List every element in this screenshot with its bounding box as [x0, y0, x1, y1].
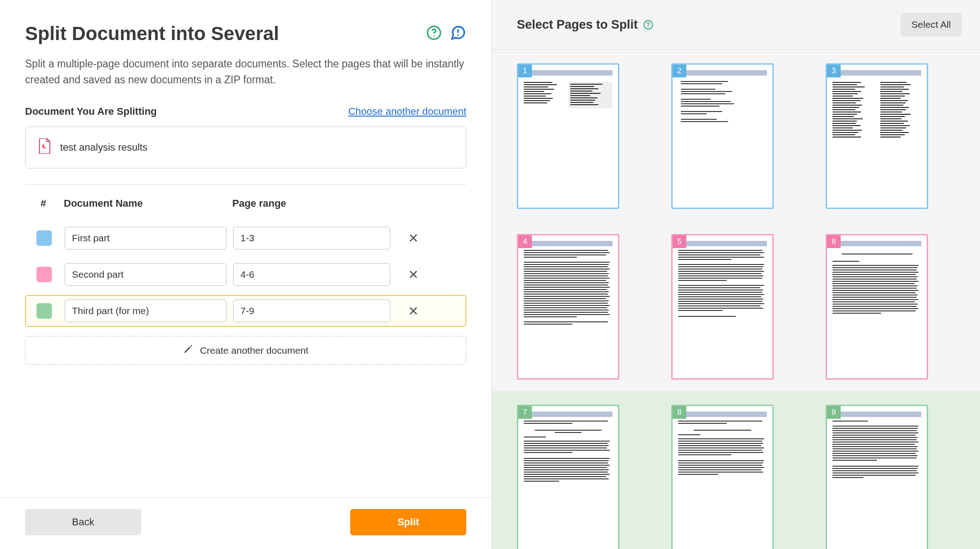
- page-number-badge: 9: [827, 406, 841, 419]
- create-another-button[interactable]: Create another document: [25, 336, 466, 365]
- color-swatch[interactable]: [36, 303, 52, 319]
- pdf-icon: [38, 138, 51, 157]
- page-range-input[interactable]: [233, 227, 390, 249]
- page-number-badge: 7: [518, 406, 532, 419]
- left-panel: Split Document into Several Split a mult…: [0, 0, 492, 549]
- split-button[interactable]: Split: [350, 509, 466, 535]
- remove-row-icon[interactable]: ✕: [397, 267, 429, 282]
- svg-point-3: [457, 35, 459, 36]
- split-row: ✕: [25, 222, 466, 254]
- doc-name-input[interactable]: [65, 227, 226, 249]
- page-thumbnail[interactable]: 7: [517, 405, 619, 549]
- split-row: ✕: [25, 259, 466, 290]
- choose-another-link[interactable]: Choose another document: [348, 106, 466, 117]
- feedback-icon[interactable]: [450, 25, 466, 43]
- page-thumbnail[interactable]: 4: [517, 234, 619, 380]
- page-number-badge: 2: [673, 65, 686, 77]
- page-thumbnail[interactable]: 1: [517, 63, 619, 209]
- page-description: Split a multiple-page document into sepa…: [25, 56, 466, 87]
- col-range: Page range: [232, 198, 389, 209]
- page-range-input[interactable]: [233, 263, 390, 286]
- create-another-label: Create another document: [200, 345, 308, 356]
- page-number-badge: 5: [673, 235, 686, 248]
- page-thumbnail[interactable]: 3: [826, 63, 928, 209]
- remove-row-icon[interactable]: ✕: [397, 304, 429, 319]
- color-swatch[interactable]: [36, 230, 52, 246]
- doc-name-input[interactable]: [65, 300, 226, 322]
- page-range-input[interactable]: [233, 300, 390, 322]
- select-all-button[interactable]: Select All: [901, 13, 962, 36]
- help-icon[interactable]: [426, 25, 442, 42]
- doc-label: Document You Are Splitting: [25, 106, 157, 117]
- right-title: Select Pages to Split: [517, 18, 638, 32]
- doc-name-input[interactable]: [65, 263, 226, 286]
- page-thumbnail[interactable]: 9: [826, 405, 928, 549]
- remove-row-icon[interactable]: ✕: [397, 231, 429, 246]
- split-row: ✕: [25, 295, 466, 327]
- thumbnail-grid: 1 2: [492, 50, 980, 549]
- page-number-badge: 3: [827, 65, 841, 77]
- svg-point-1: [434, 36, 435, 37]
- page-title: Split Document into Several: [25, 23, 279, 45]
- right-panel: Select Pages to Split ? Select All 1: [492, 0, 980, 549]
- page-thumbnail[interactable]: 5: [671, 234, 774, 380]
- split-table-header: # Document Name Page range: [25, 194, 466, 213]
- page-number-badge: 4: [518, 235, 532, 248]
- color-swatch[interactable]: [36, 267, 52, 282]
- back-button[interactable]: Back: [25, 509, 141, 535]
- pen-icon: [183, 344, 193, 356]
- page-number-badge: 6: [827, 235, 841, 248]
- page-number-badge: 8: [673, 406, 686, 419]
- page-thumbnail[interactable]: 6: [826, 234, 928, 380]
- page-thumbnail[interactable]: 8: [671, 405, 774, 549]
- col-name: Document Name: [64, 198, 225, 209]
- col-number: #: [30, 198, 57, 209]
- current-document-name: test analysis results: [60, 142, 148, 153]
- page-thumbnail[interactable]: 2: [671, 63, 774, 209]
- current-document-card: test analysis results: [25, 127, 466, 168]
- page-number-badge: 1: [518, 65, 532, 77]
- help-icon[interactable]: ?: [643, 20, 653, 30]
